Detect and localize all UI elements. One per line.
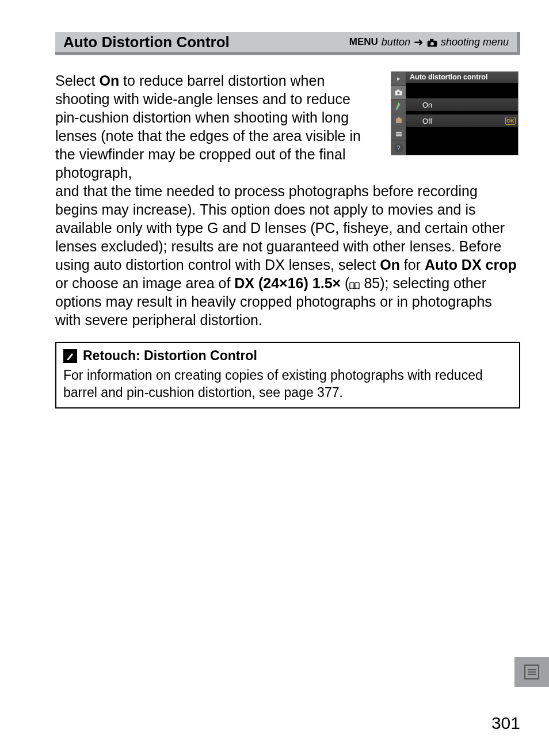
help-icon: ? bbox=[394, 143, 403, 152]
svg-rect-9 bbox=[396, 135, 402, 136]
svg-rect-1 bbox=[430, 39, 433, 41]
header-breadcrumb: MENU button ➜ shooting menu bbox=[349, 35, 509, 49]
lcd-sidebar: ▸ ? bbox=[391, 72, 406, 155]
retouch-tab-icon bbox=[391, 113, 406, 127]
p2-c: or choose an image area of bbox=[55, 275, 234, 291]
body-paragraph-1: Select On to reduce barrel distortion wh… bbox=[55, 71, 373, 182]
svg-point-5 bbox=[397, 91, 399, 94]
arrow-icon: ➜ bbox=[414, 35, 424, 49]
lcd-title: Auto distortion control bbox=[406, 72, 518, 83]
callout-body: For information on creating copies of ex… bbox=[63, 367, 512, 402]
lcd-option-on: On bbox=[406, 98, 518, 112]
callout-header: Retouch: Distortion Control bbox=[63, 348, 512, 365]
camera-icon bbox=[427, 38, 437, 47]
p2-b: for bbox=[400, 257, 425, 273]
lcd-main: Auto distortion control On Off OK bbox=[406, 72, 518, 155]
lcd-gap bbox=[406, 83, 518, 98]
body-paragraph-2: and that the time needed to process phot… bbox=[55, 182, 520, 329]
p2-on: On bbox=[380, 257, 400, 273]
callout-title: Retouch: Distortion Control bbox=[83, 348, 257, 365]
page-number: 301 bbox=[491, 713, 520, 733]
svg-rect-7 bbox=[396, 132, 402, 133]
mymenu-icon bbox=[391, 127, 406, 141]
lcd-on-label: On bbox=[422, 101, 432, 109]
p1-a: Select bbox=[55, 72, 99, 89]
section-title: Auto Distortion Control bbox=[63, 33, 230, 51]
lcd-screenshot-wrap: ▸ ? Auto distortion co bbox=[391, 71, 520, 182]
svg-rect-8 bbox=[396, 133, 402, 135]
lcd-option-off: Off OK bbox=[406, 114, 518, 128]
lcd-gap-bottom bbox=[406, 130, 518, 145]
p2-autodx: Auto DX crop bbox=[425, 257, 517, 273]
playback-icon: ▸ bbox=[391, 72, 406, 86]
menu-list-icon bbox=[524, 665, 539, 679]
callout-box: Retouch: Distortion Control For informat… bbox=[55, 342, 520, 408]
note-icon bbox=[63, 349, 77, 363]
p1-on: On bbox=[99, 72, 119, 89]
shooting-menu-word: shooting menu bbox=[441, 36, 509, 48]
ok-icon: OK bbox=[505, 117, 516, 125]
section-header: Auto Distortion Control MENU button ➜ sh… bbox=[55, 32, 520, 55]
p2-dx: DX (24×16) 1.5× bbox=[234, 275, 341, 291]
pencil-icon bbox=[391, 100, 406, 113]
svg-point-2 bbox=[430, 42, 434, 45]
shooting-icon bbox=[391, 86, 406, 100]
svg-rect-6 bbox=[396, 119, 402, 123]
side-tab bbox=[514, 657, 549, 687]
lcd-frame: ▸ ? Auto distortion co bbox=[391, 71, 518, 155]
book-icon bbox=[349, 275, 360, 283]
button-word: button bbox=[382, 36, 410, 48]
svg-rect-4 bbox=[397, 90, 399, 91]
lcd-off-label: Off bbox=[422, 117, 432, 125]
p2-d: ( bbox=[341, 275, 349, 291]
p1-tail: to reduce barrel distortion when shootin… bbox=[55, 72, 361, 181]
menu-word: MENU bbox=[349, 36, 378, 48]
